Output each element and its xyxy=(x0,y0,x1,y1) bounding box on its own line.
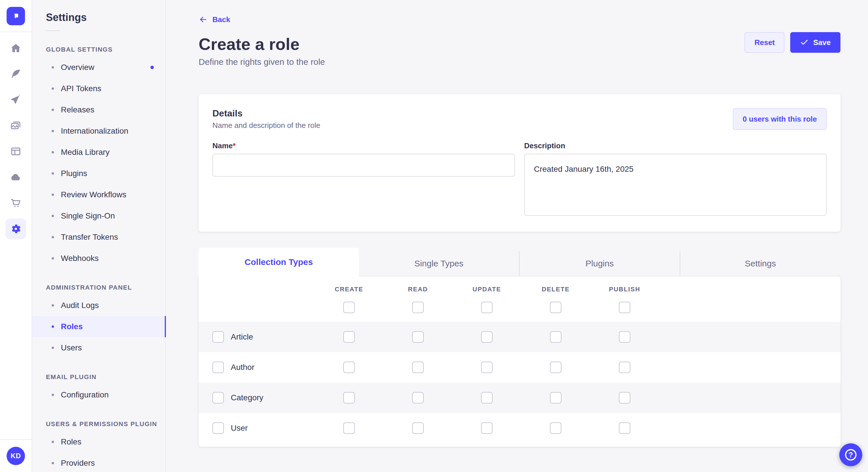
reset-button[interactable]: Reset xyxy=(745,32,784,53)
article-update-checkbox[interactable] xyxy=(481,331,493,343)
sidebar-item-providers[interactable]: Providers xyxy=(32,452,165,472)
select-all-cell xyxy=(590,302,659,313)
sidebar-item-plugins[interactable]: Plugins xyxy=(32,163,165,184)
select-all-delete-checkbox[interactable] xyxy=(550,302,561,313)
back-link[interactable]: Back xyxy=(198,15,230,24)
arrow-left-icon xyxy=(198,15,208,24)
strapi-logo-icon xyxy=(11,11,21,21)
permission-cell xyxy=(383,362,453,373)
bullet-icon xyxy=(52,304,54,307)
rail-cloud-button[interactable] xyxy=(5,167,26,188)
header-actions: Reset Save xyxy=(745,32,840,53)
bullet-icon xyxy=(52,326,54,328)
article-read-checkbox[interactable] xyxy=(412,331,424,343)
sidebar-item-label: Transfer Tokens xyxy=(61,233,118,242)
rail-paper-plane-button[interactable] xyxy=(5,90,26,110)
sidebar-item-media-library[interactable]: Media Library xyxy=(32,142,165,163)
column-header-update: UPDATE xyxy=(453,285,521,293)
author-delete-checkbox[interactable] xyxy=(550,362,561,373)
rail-media-button[interactable] xyxy=(5,115,26,136)
layout-icon xyxy=(10,146,22,157)
row-article-checkbox[interactable] xyxy=(212,331,224,343)
help-icon: ? xyxy=(845,449,857,461)
article-publish-checkbox[interactable] xyxy=(619,331,630,343)
sidebar-item-label: Roles xyxy=(61,322,83,331)
article-create-checkbox[interactable] xyxy=(343,331,355,343)
sidebar-item-transfer-tokens[interactable]: Transfer Tokens xyxy=(32,227,165,248)
sidebar-item-roles[interactable]: Roles xyxy=(32,316,165,337)
description-label: Description xyxy=(524,141,827,150)
tab-collection-types[interactable]: Collection Types xyxy=(198,248,359,276)
sidebar-item-users[interactable]: Users xyxy=(32,337,165,359)
avatar[interactable]: KD xyxy=(7,447,25,465)
author-create-checkbox[interactable] xyxy=(343,362,355,373)
select-all-create-checkbox[interactable] xyxy=(343,302,355,313)
tab-single-types[interactable]: Single Types xyxy=(359,251,519,276)
sidebar-item-overview[interactable]: Overview xyxy=(32,57,165,78)
permission-row-category: Category xyxy=(198,382,840,413)
sidebar-item-api-tokens[interactable]: API Tokens xyxy=(32,78,165,99)
category-publish-checkbox[interactable] xyxy=(619,392,630,403)
rail-gear-button[interactable] xyxy=(5,218,26,239)
help-button[interactable]: ? xyxy=(839,443,862,466)
sidebar-item-label: Roles xyxy=(61,437,82,446)
sidebar-item-releases[interactable]: Releases xyxy=(32,99,165,121)
author-read-checkbox[interactable] xyxy=(412,362,424,373)
name-input[interactable] xyxy=(212,154,515,177)
permissions-table: CREATEREADUPDATEDELETEPUBLISH ArticleAut… xyxy=(198,276,840,447)
description-textarea[interactable]: Created January 16th, 2025 xyxy=(524,154,827,216)
sidebar-item-internationalization[interactable]: Internationalization xyxy=(32,121,165,142)
cloud-icon xyxy=(10,171,22,183)
user-read-checkbox[interactable] xyxy=(412,423,424,434)
sidebar-item-label: Releases xyxy=(61,105,94,114)
author-update-checkbox[interactable] xyxy=(481,362,493,373)
select-all-row xyxy=(198,293,840,322)
user-delete-checkbox[interactable] xyxy=(550,423,561,434)
rail-layout-button[interactable] xyxy=(5,141,26,162)
select-all-read-checkbox[interactable] xyxy=(412,302,424,313)
permission-cell xyxy=(315,331,383,343)
details-subtitle: Name and description of the role xyxy=(212,121,320,130)
sidebar-item-configuration[interactable]: Configuration xyxy=(32,384,165,405)
permission-row-user: User xyxy=(198,413,840,443)
select-all-update-checkbox[interactable] xyxy=(481,302,493,313)
user-update-checkbox[interactable] xyxy=(481,423,493,434)
bullet-icon xyxy=(52,172,54,175)
rail-cart-button[interactable] xyxy=(5,193,26,213)
sidebar-item-roles[interactable]: Roles xyxy=(32,431,165,452)
row-author-checkbox[interactable] xyxy=(212,362,224,373)
user-create-checkbox[interactable] xyxy=(343,423,355,434)
category-delete-checkbox[interactable] xyxy=(550,392,561,403)
row-category-checkbox[interactable] xyxy=(212,392,224,403)
row-label: Category xyxy=(231,393,264,402)
rail-feather-button[interactable] xyxy=(5,64,26,84)
sidebar-item-audit-logs[interactable]: Audit Logs xyxy=(32,295,165,316)
select-all-cell xyxy=(453,302,521,313)
row-user-checkbox[interactable] xyxy=(212,423,224,434)
category-create-checkbox[interactable] xyxy=(343,392,355,403)
tab-settings[interactable]: Settings xyxy=(680,251,840,276)
settings-sidebar: Settings GLOBAL SETTINGSOverviewAPI Toke… xyxy=(32,0,166,472)
save-button[interactable]: Save xyxy=(790,32,840,53)
select-all-publish-checkbox[interactable] xyxy=(619,302,630,313)
user-publish-checkbox[interactable] xyxy=(619,423,630,434)
sidebar-item-webhooks[interactable]: Webhooks xyxy=(32,248,165,269)
sidebar-section-title: EMAIL PLUGIN xyxy=(46,373,165,381)
category-update-checkbox[interactable] xyxy=(481,392,493,403)
media-icon xyxy=(10,120,22,131)
sidebar-item-label: Configuration xyxy=(61,390,109,400)
users-with-role-button[interactable]: 0 users with this role xyxy=(733,108,827,130)
article-delete-checkbox[interactable] xyxy=(550,331,561,343)
sidebar-section-title: GLOBAL SETTINGS xyxy=(46,46,165,53)
permission-cell xyxy=(383,392,453,403)
strapi-logo[interactable] xyxy=(7,7,25,25)
category-read-checkbox[interactable] xyxy=(412,392,424,403)
bullet-icon xyxy=(52,109,54,111)
tab-plugins[interactable]: Plugins xyxy=(519,251,680,276)
sidebar-item-review-workflows[interactable]: Review Workflows xyxy=(32,184,165,205)
author-publish-checkbox[interactable] xyxy=(619,362,630,373)
sidebar-item-single-sign-on[interactable]: Single Sign-On xyxy=(32,205,165,227)
permission-cell xyxy=(521,331,590,343)
page-subtitle: Define the rights given to the role xyxy=(198,57,840,67)
rail-home-button[interactable] xyxy=(5,38,26,59)
